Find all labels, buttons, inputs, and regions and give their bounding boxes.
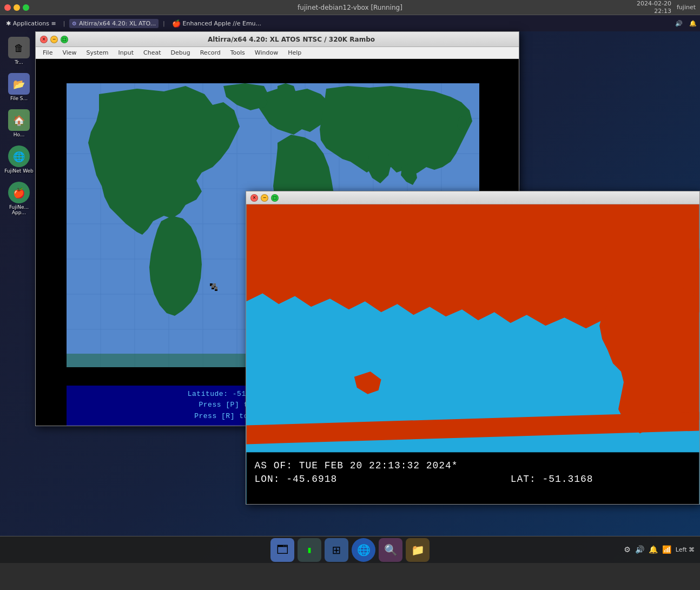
applications-bar: ✱ Applications ≡ | ⚙ Altirra/x64 4.20: X… (0, 15, 700, 31)
traffic-lights (4, 4, 29, 11)
username-label: fujinet (677, 4, 696, 11)
bell-icon: 🔔 (689, 20, 697, 27)
apple-icon: 🍎 (172, 19, 181, 28)
file-system-label: File S... (10, 96, 28, 101)
window1-icon: ⚙ (72, 21, 77, 26)
apple-map-svg: AS OF: TUE FEB 20 22:13:32 2024* LON: -4… (246, 204, 699, 504)
altirra-title-bar: × − □ Altirra/x64 4.20: XL ATOS NTSC / 3… (36, 32, 519, 47)
taskbar-file-manager[interactable]: 🗔 (270, 538, 294, 562)
sys-bar-right: 🔊 🔔 (675, 20, 697, 27)
minimize-icon: − (52, 37, 56, 42)
altirra-close-button[interactable]: × (40, 36, 48, 43)
system-bar-left (4, 4, 35, 11)
svg-rect-40 (215, 287, 217, 289)
tray-icon-2[interactable]: 🔊 (635, 545, 644, 554)
apple-maximize-button[interactable]: □ (271, 194, 279, 202)
system-bar-title: fujinet-debian12-vbox [Running] (298, 4, 402, 11)
menu-help[interactable]: Help (283, 48, 306, 57)
apple-minimize-button[interactable]: − (261, 194, 268, 202)
maximize-icon: □ (62, 37, 67, 42)
svg-text:LON: -45.6918: LON: -45.6918 (254, 474, 337, 485)
taskbar-files[interactable]: ⊞ (325, 538, 348, 562)
altirra-menu-bar: File View System Input Cheat Debug Recor… (36, 47, 519, 59)
file-manager-icon: 🗔 (276, 543, 288, 556)
altirra-window-controls: × − □ (40, 36, 68, 43)
window1-label: Altirra/x64 4.20: XL ATO... (79, 20, 156, 27)
maximize-traffic-light[interactable] (23, 4, 29, 11)
home-icon: 🏠 (8, 109, 30, 131)
applications-menu[interactable]: ✱ Applications ≡ (3, 19, 59, 28)
menu-file[interactable]: File (38, 48, 57, 57)
menu-view[interactable]: View (58, 48, 81, 57)
system-bar: fujinet-debian12-vbox [Running] 2024-02-… (0, 0, 700, 15)
taskbar: 🗔 ▮ ⊞ 🌐 🔍 📁 (0, 536, 700, 563)
fujinet-apps-icon: 🍎 (8, 182, 30, 203)
network-icon: 🌐 (357, 543, 371, 556)
apple-window-controls: × − □ (250, 194, 279, 202)
menu-tools[interactable]: Tools (226, 48, 249, 57)
window1-taskbar-item[interactable]: ⚙ Altirra/x64 4.20: XL ATO... (69, 19, 159, 28)
terminal-icon: ▮ (307, 545, 312, 555)
taskbar-folder[interactable]: 📁 (406, 538, 430, 562)
maximize-icon: □ (273, 195, 277, 200)
menu-record[interactable]: Record (196, 48, 225, 57)
close-icon: × (42, 37, 46, 42)
altirra-window-title: Altirra/x64 4.20: XL ATOS NTSC / 320K Ra… (68, 36, 514, 43)
svg-text:AS OF:  TUE FEB 20  22:13:32  : AS OF: TUE FEB 20 22:13:32 2024* (254, 460, 458, 471)
trash-icon: 🗑 (8, 37, 30, 58)
home-desktop-icon[interactable]: 🏠 Ho... (3, 109, 35, 137)
svg-text:LAT: -51.3168: LAT: -51.3168 (511, 474, 593, 485)
fujinet-apps-desktop-icon[interactable]: 🍎 FujiNe... App... (3, 182, 35, 215)
window2-taskbar-item[interactable]: 🍎 Enhanced Apple //e Emu... (169, 18, 265, 29)
taskbar-search[interactable]: 🔍 (379, 538, 402, 562)
close-icon: × (253, 195, 256, 200)
file-system-icon: 📂 (8, 73, 30, 95)
tray-icon-3[interactable]: 🔔 (649, 545, 658, 554)
tray-left-label: Left ⌘ (676, 546, 695, 553)
close-traffic-light[interactable] (4, 4, 11, 11)
apple-window: × − □ (246, 191, 700, 505)
window2-label: Enhanced Apple //e Emu... (183, 20, 262, 27)
trash-label: Tr... (15, 59, 23, 65)
minimize-traffic-light[interactable] (14, 4, 20, 11)
apple-close-button[interactable]: × (250, 194, 258, 202)
search-icon: 🔍 (384, 543, 398, 556)
apple-title-bar: × − □ (246, 191, 699, 204)
fujinet-web-desktop-icon[interactable]: 🌐 FujiNet Web (3, 145, 35, 174)
separator1: | (63, 21, 65, 26)
separator2: | (163, 21, 164, 26)
files-icon: ⊞ (332, 543, 341, 556)
tray-icon-1[interactable]: ⚙ (624, 545, 631, 554)
fujinet-web-icon: 🌐 (8, 145, 30, 167)
menu-debug[interactable]: Debug (167, 48, 195, 57)
folder-icon: 📁 (411, 543, 425, 556)
apple-content: AS OF: TUE FEB 20 22:13:32 2024* LON: -4… (246, 204, 699, 504)
home-label: Ho... (14, 132, 25, 137)
taskbar-network[interactable]: 🌐 (352, 538, 375, 562)
trash-desktop-icon[interactable]: 🗑 Tr... (3, 37, 35, 65)
sidebar-icons: 🗑 Tr... 📂 File S... 🏠 Ho... 🌐 FujiNet We… (0, 31, 38, 563)
fujinet-apps-label: FujiNe... App... (3, 204, 35, 215)
tray-icon-4[interactable]: 📶 (662, 545, 671, 554)
apple-map: AS OF: TUE FEB 20 22:13:32 2024* LON: -4… (246, 204, 699, 504)
altirra-minimize-button[interactable]: − (50, 36, 58, 43)
speaker-icon: 🔊 (675, 20, 683, 27)
menu-window[interactable]: Window (250, 48, 282, 57)
fujinet-web-label: FujiNet Web (4, 168, 34, 174)
minimize-icon: − (263, 195, 267, 200)
menu-input[interactable]: Input (114, 48, 138, 57)
datetime-label: 2024-02-20 22:13 (637, 0, 671, 14)
system-bar-right: 2024-02-20 22:13 fujinet (637, 0, 696, 14)
menu-system[interactable]: System (82, 48, 113, 57)
taskbar-terminal[interactable]: ▮ (298, 538, 321, 562)
file-system-desktop-icon[interactable]: 📂 File S... (3, 73, 35, 101)
altirra-maximize-button[interactable]: □ (61, 36, 68, 43)
system-tray: ⚙ 🔊 🔔 📶 Left ⌘ (618, 536, 700, 563)
svg-rect-39 (212, 285, 214, 288)
menu-cheat[interactable]: Cheat (139, 48, 165, 57)
desktop: 🗑 Tr... 📂 File S... 🏠 Ho... 🌐 FujiNet We… (0, 31, 700, 563)
